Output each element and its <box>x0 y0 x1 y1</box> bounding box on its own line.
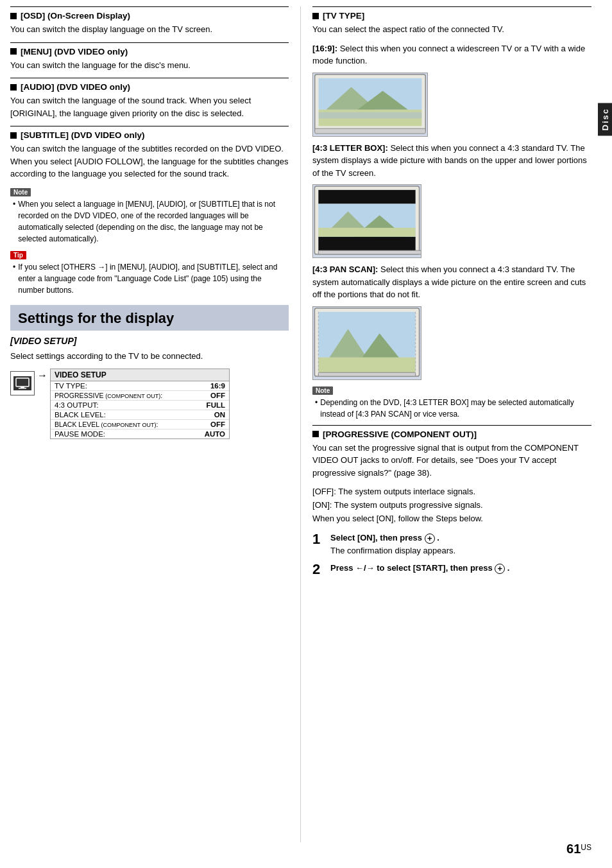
square-icon <box>10 84 17 91</box>
page-number: 61US <box>566 842 591 856</box>
note-box-2: Note • Depending on the DVD, [4:3 LETTER… <box>312 385 591 420</box>
svg-rect-17 <box>318 250 421 254</box>
section-progressive: [PROGRESSIVE (COMPONENT OUT)] You can se… <box>312 425 591 480</box>
settings-title: Settings for the display <box>18 310 281 327</box>
step-text-1: Select [ON], then press + . The confirma… <box>330 532 455 557</box>
page: Disc [OSD] (On-Screen Display) You can s… <box>0 0 612 868</box>
step-text-2: Press ←/→ to select [START], then press … <box>330 562 509 575</box>
section-menu-body: You can switch the language for the disc… <box>10 59 289 72</box>
note-content-1: • When you select a language in [MENU], … <box>10 198 289 245</box>
note-content-2: • Depending on the DVD, [4:3 LETTER BOX]… <box>312 397 591 420</box>
option-43lb: [4:3 LETTER BOX]: Select this when you c… <box>312 142 591 180</box>
step-2: 2 Press ←/→ to select [START], then pres… <box>312 562 591 577</box>
progressive-options: [OFF]: The system outputs interlace sign… <box>312 485 591 525</box>
settings-intro: Select settings according to the TV to b… <box>10 350 289 363</box>
step-number-2: 2 <box>312 562 325 577</box>
section-osd-body: You can switch the display language on t… <box>10 23 289 36</box>
tv-image-panscan <box>312 306 421 380</box>
section-subtitle: [SUBTITLE] (DVD VIDEO only) You can swit… <box>10 126 289 180</box>
menu-icon-inner <box>13 376 31 390</box>
menu-table-header: VIDEO SETUP <box>51 369 229 381</box>
option-169: [16:9]: Select this when you connect a w… <box>312 42 591 67</box>
svg-rect-11 <box>318 190 415 204</box>
step-1: 1 Select [ON], then press + . The confir… <box>312 532 591 557</box>
tv-image-widescreen <box>312 73 428 137</box>
section-subtitle-body: You can switch the language of the subti… <box>10 143 289 180</box>
note-label-2: Note <box>312 386 333 395</box>
menu-table: VIDEO SETUP TV TYPE: 16:9 PROGRESSIVE (C… <box>50 369 230 439</box>
svg-rect-12 <box>318 237 415 251</box>
table-row: 4:3 OUTPUT: FULL <box>51 401 229 410</box>
svg-rect-16 <box>318 228 415 237</box>
square-icon <box>312 431 319 437</box>
section-tvtype-body: You can select the aspect ratio of the c… <box>312 23 591 36</box>
square-icon <box>312 13 319 19</box>
svg-rect-0 <box>16 378 29 386</box>
letterbox-illustration <box>313 185 421 257</box>
tip-label-1: Tip <box>10 251 26 259</box>
section-subtitle-title: [SUBTITLE] (DVD VIDEO only) <box>10 130 289 140</box>
svg-rect-25 <box>318 372 415 376</box>
video-setup-label: [VIDEO SETUP] <box>10 336 289 346</box>
note-label-1: Note <box>10 188 31 196</box>
tip-item-1: • If you select [OTHERS →] in [MENU], [A… <box>13 261 289 296</box>
section-osd-title: [OSD] (On-Screen Display) <box>10 11 289 21</box>
svg-rect-8 <box>319 112 422 118</box>
widescreen-illustration <box>313 73 427 136</box>
section-tvtype-title: [TV TYPE] <box>312 11 591 21</box>
square-icon <box>10 48 17 55</box>
section-audio-title: [AUDIO] (DVD VIDEO only) <box>10 82 289 92</box>
note-box-1: Note • When you select a language in [ME… <box>10 187 289 245</box>
note-item-1: • When you select a language in [MENU], … <box>13 198 289 245</box>
square-icon <box>10 132 17 139</box>
section-audio: [AUDIO] (DVD VIDEO only) You can switch … <box>10 78 289 119</box>
svg-rect-2 <box>19 388 26 389</box>
section-osd: [OSD] (On-Screen Display) You can switch… <box>10 6 289 36</box>
settings-highlight-box: Settings for the display <box>10 305 289 331</box>
tv-image-letterbox <box>312 184 421 258</box>
section-tvtype: [TV TYPE] You can select the aspect rati… <box>312 6 591 36</box>
step-number-1: 1 <box>312 532 325 547</box>
note-item-2: • Depending on the DVD, [4:3 LETTER BOX]… <box>315 397 591 420</box>
right-column: [TV TYPE] You can select the aspect rati… <box>301 6 591 842</box>
menu-icon <box>10 371 35 395</box>
tip-content-1: • If you select [OTHERS →] in [MENU], [A… <box>10 261 289 296</box>
table-row: BLACK LEVEL: ON <box>51 410 229 420</box>
table-row: PROGRESSIVE (COMPONENT OUT): OFF <box>51 391 229 401</box>
table-row: TV TYPE: 16:9 <box>51 381 229 391</box>
square-icon <box>10 13 17 19</box>
circle-plus-icon-2: + <box>495 564 505 574</box>
tip-box-1: Tip • If you select [OTHERS →] in [MENU]… <box>10 250 289 296</box>
table-row: PAUSE MODE: AUTO <box>51 430 229 438</box>
section-progressive-body: You can set the progressive signal that … <box>312 442 591 480</box>
section-menu: [MENU] (DVD VIDEO only) You can switch t… <box>10 42 289 72</box>
circle-plus-icon: + <box>425 534 435 544</box>
svg-rect-9 <box>315 128 425 134</box>
left-column: [OSD] (On-Screen Display) You can switch… <box>10 6 301 842</box>
section-progressive-title: [PROGRESSIVE (COMPONENT OUT)] <box>312 430 591 439</box>
monitor-icon <box>15 378 30 389</box>
svg-rect-22 <box>318 357 415 372</box>
option-43ps: [4:3 PAN SCAN]: Select this when you con… <box>312 263 591 301</box>
table-row: BLACK LEVEL (COMPONENT OUT): OFF <box>51 420 229 430</box>
section-menu-title: [MENU] (DVD VIDEO only) <box>10 47 289 56</box>
svg-rect-1 <box>21 386 24 388</box>
menu-arrow-icon: → <box>37 369 47 381</box>
menu-block: → VIDEO SETUP TV TYPE: 16:9 PROGRESSIVE … <box>10 369 289 439</box>
side-tab: Disc <box>598 103 612 135</box>
steps: 1 Select [ON], then press + . The confir… <box>312 532 591 577</box>
section-audio-body: You can switch the language of the sound… <box>10 94 289 119</box>
panscan-illustration <box>313 307 421 379</box>
